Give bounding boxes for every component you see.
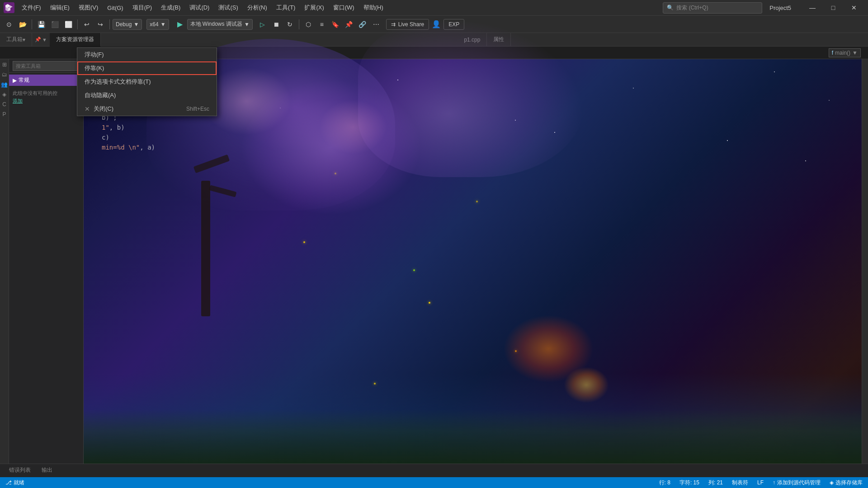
status-row[interactable]: 行: 8: [657, 479, 672, 487]
format-button[interactable]: ≡: [316, 19, 328, 30]
minimize-button[interactable]: —: [802, 0, 823, 16]
error-list-label: 错误列表: [9, 466, 31, 474]
dock-label: 停靠(K): [85, 64, 104, 72]
col-label: 列: 21: [708, 479, 723, 487]
status-source-control[interactable]: ↑ 添加到源代码管理: [771, 479, 822, 487]
menu-project[interactable]: 项目(P): [129, 2, 156, 14]
status-chars[interactable]: 字符: 15: [678, 479, 701, 487]
toolbox-search-input[interactable]: [13, 61, 80, 71]
context-menu-item-autohide[interactable]: 自动隐藏(A): [77, 89, 217, 102]
function-dropdown[interactable]: f main() ▼: [829, 48, 861, 57]
activity-bar: ⊞ 🗂 👥 ◈ C P: [0, 59, 9, 464]
context-menu-item-dock[interactable]: 停靠(K): [77, 61, 217, 75]
run-label: 本地 Windows 调试器: [190, 20, 242, 28]
main-area: ⊞ 🗂 👥 ◈ C P ▶ 常规 此组中没有可用的控 添加: [0, 59, 868, 464]
dropdown-arrow-icon: ▼: [133, 21, 139, 28]
tab-label: 制表符: [732, 479, 748, 487]
toolbox-add-link[interactable]: 添加: [13, 98, 23, 103]
search-icon: 🔍: [667, 5, 674, 11]
solution-explorer-label: 方案资源管理器: [56, 36, 94, 43]
context-menu-item-float[interactable]: 浮动(F): [77, 48, 217, 61]
platform-dropdown[interactable]: x64 ▼: [146, 19, 169, 30]
platform-arrow-icon: ▼: [160, 21, 166, 28]
save-all-button[interactable]: ⬛: [48, 19, 61, 30]
close-button[interactable]: ✕: [844, 0, 864, 16]
activity-toolbox[interactable]: ⊞: [1, 61, 8, 68]
menu-build[interactable]: 生成(B): [157, 2, 184, 14]
save-project-button[interactable]: ⬜: [62, 19, 75, 30]
toolbox-general-category[interactable]: ▶ 常规: [9, 75, 83, 86]
bookmark3-button[interactable]: 🔗: [356, 19, 369, 30]
output-tab[interactable]: 输出: [36, 464, 58, 477]
activity-nav[interactable]: ◈: [1, 91, 8, 98]
search-box[interactable]: 🔍 搜索 (Ctrl+Q): [663, 2, 762, 14]
activity-class[interactable]: C: [1, 101, 8, 108]
redo-button[interactable]: ↪: [94, 19, 107, 30]
dropdown-icon: ▼: [42, 37, 47, 42]
context-menu-item-close[interactable]: ✕ 关闭(C) Shift+Esc: [77, 102, 217, 116]
activity-props[interactable]: P: [1, 111, 8, 118]
activity-team[interactable]: 👥: [1, 81, 8, 88]
titlebar: 文件(F) 编辑(E) 视图(V) Git(G) 项目(P) 生成(B) 调试(…: [0, 0, 868, 16]
context-menu-item-tabbed[interactable]: 作为选项卡式文档停靠(T): [77, 75, 217, 89]
menu-help[interactable]: 帮助(H): [360, 2, 387, 14]
run-arrow-icon: ▼: [244, 21, 250, 28]
tab-toolbox[interactable]: 工具箱 ▾: [0, 33, 32, 47]
chars-label: 字符: 15: [679, 479, 699, 487]
status-select-repo[interactable]: ◈ 选择存储库: [828, 479, 864, 487]
status-col[interactable]: 列: 21: [707, 479, 725, 487]
menu-git[interactable]: Git(G): [104, 3, 127, 13]
bookmark-button[interactable]: 🔖: [329, 19, 342, 30]
platform-label: x64: [150, 21, 158, 28]
open-file-button[interactable]: 📂: [16, 19, 29, 30]
vertical-scrollbar[interactable]: [862, 59, 868, 464]
search-placeholder: 搜索 (Ctrl+Q): [676, 4, 708, 12]
autohide-label: 自动隐藏(A): [85, 91, 116, 99]
function-label: main(): [835, 50, 850, 56]
editor-area: b) ; s) ; { a) ; 字是否有错？若有错,请改正 b) ; 1", …: [84, 59, 868, 464]
maximize-button[interactable]: □: [823, 0, 844, 16]
run-config-dropdown[interactable]: 本地 Windows 调试器 ▼: [187, 19, 253, 30]
new-file-button[interactable]: ⊙: [3, 19, 15, 30]
window-controls: — □ ✕: [802, 0, 864, 16]
breakpoint-button[interactable]: ⬡: [302, 19, 315, 30]
toolbox-content: ▶ 常规 此组中没有可用的控 添加: [9, 73, 83, 464]
menu-window[interactable]: 窗口(W): [330, 2, 358, 14]
menu-analyze[interactable]: 分析(N): [244, 2, 271, 14]
tab-solution-explorer[interactable]: 方案资源管理器: [50, 33, 101, 47]
category-label: 常规: [19, 76, 29, 84]
debug-restart-button[interactable]: ↻: [283, 19, 296, 30]
undo-button[interactable]: ↩: [80, 19, 93, 30]
menu-edit[interactable]: 编辑(E): [47, 2, 73, 14]
status-tab[interactable]: 制表符: [730, 479, 750, 487]
activity-solution[interactable]: 🗂: [1, 71, 8, 78]
toolbar-separator-3: [109, 19, 110, 29]
menu-extensions[interactable]: 扩展(X): [301, 2, 327, 14]
debug-config-dropdown[interactable]: Debug ▼: [113, 19, 142, 30]
close-x-icon: ✕: [85, 105, 90, 113]
error-list-tab[interactable]: 错误列表: [4, 464, 36, 477]
status-encoding[interactable]: LF: [755, 479, 765, 486]
save-button[interactable]: 💾: [35, 19, 47, 30]
menu-view[interactable]: 视图(V): [75, 2, 102, 14]
bookmark2-button[interactable]: 📌: [343, 19, 355, 30]
debug-stop-button[interactable]: ⏹: [270, 19, 283, 30]
code-line-16: c): [102, 132, 264, 142]
menu-file[interactable]: 文件(F): [18, 2, 45, 14]
debug-play-button[interactable]: ▷: [256, 19, 269, 30]
select-repo-label: 选择存储库: [835, 479, 863, 487]
code-line-17: min=%d \n", a): [102, 142, 264, 152]
menu-debug[interactable]: 调试(D): [186, 2, 213, 14]
status-git[interactable]: ⎇ 就绪: [4, 479, 26, 487]
context-menu: 浮动(F) 停靠(K) 作为选项卡式文档停靠(T) 自动隐藏(A) ✕ 关闭(C…: [77, 47, 217, 116]
menu-test[interactable]: 测试(S): [215, 2, 241, 14]
extra-button[interactable]: ⋯: [370, 19, 382, 30]
toolbar-separator-1: [32, 19, 32, 29]
menu-tools[interactable]: 工具(T): [273, 2, 299, 14]
vs-logo: [4, 2, 14, 13]
tabbed-label: 作为选项卡式文档停靠(T): [85, 78, 151, 86]
debug-config-label: Debug: [116, 21, 132, 28]
toolbox-search-container: [9, 59, 83, 73]
play-run-button[interactable]: ▶: [174, 19, 186, 30]
expand-icon: ▶: [13, 77, 17, 84]
